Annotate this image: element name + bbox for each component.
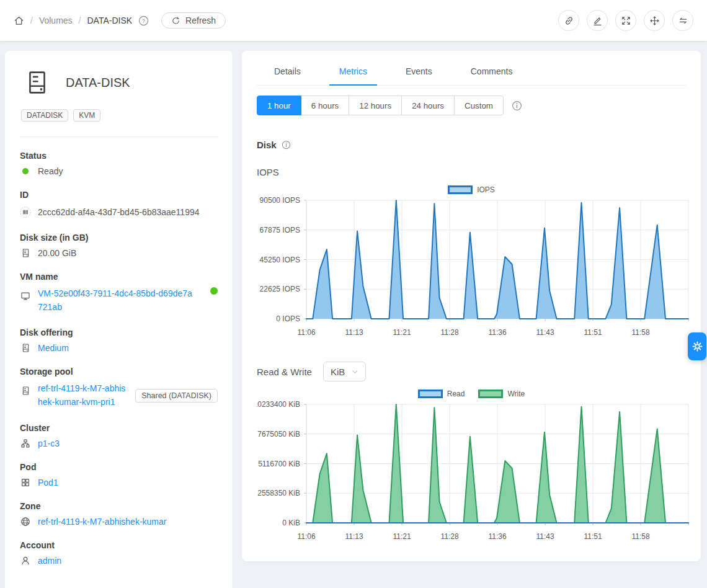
disk-offering-link[interactable]: Medium bbox=[38, 343, 69, 353]
info-icon[interactable] bbox=[512, 100, 522, 111]
help-icon[interactable]: ? bbox=[138, 16, 149, 26]
tab-comments[interactable]: Comments bbox=[461, 58, 523, 85]
vm-state-dot bbox=[210, 287, 218, 295]
field-vm-name: VM name VM-52e00f43-7911-4dc4-85bd-d69de… bbox=[20, 272, 218, 314]
move-arrows-icon bbox=[649, 16, 660, 26]
field-label: VM name bbox=[20, 272, 218, 282]
legend-item: Write bbox=[478, 390, 525, 398]
tab-events[interactable]: Events bbox=[396, 58, 442, 85]
globe-icon bbox=[20, 517, 31, 527]
refresh-button[interactable]: Refresh bbox=[161, 12, 226, 29]
cluster-link[interactable]: p1-c3 bbox=[38, 439, 60, 448]
swap-arrows-icon bbox=[678, 16, 688, 26]
field-label: Status bbox=[20, 151, 218, 161]
field-pod: Pod Pod1 bbox=[20, 462, 218, 488]
field-zone: Zone ref-trl-4119-k-M7-abhishek-kumar bbox=[20, 501, 218, 527]
svg-text:22625 IOPS: 22625 IOPS bbox=[260, 285, 300, 293]
cluster-icon bbox=[20, 439, 31, 448]
page-body: DATA-DISK DATADISK KVM Status Ready ID bbox=[0, 41, 707, 588]
link-button[interactable] bbox=[558, 10, 579, 31]
svg-text:11:43: 11:43 bbox=[536, 532, 554, 541]
legend-item: Read bbox=[418, 390, 465, 398]
link-icon bbox=[564, 16, 574, 26]
storage-pool-link[interactable]: ref-trl-4119-k-M7-abhishek-kumar-kvm-pri… bbox=[38, 382, 128, 409]
tab-bar: Details Metrics Events Comments bbox=[257, 58, 686, 86]
migrate-button[interactable] bbox=[672, 10, 693, 31]
svg-text:11:51: 11:51 bbox=[584, 328, 602, 337]
pod-link[interactable]: Pod1 bbox=[38, 478, 58, 488]
svg-text:11:28: 11:28 bbox=[440, 532, 458, 541]
field-account: Account admin bbox=[20, 540, 218, 566]
time-range-group: 1 hour 6 hours 12 hours 24 hours Custom bbox=[257, 96, 504, 115]
tab-details[interactable]: Details bbox=[264, 58, 311, 85]
disk-section-title: Disk bbox=[257, 140, 277, 150]
svg-text:11:06: 11:06 bbox=[297, 532, 315, 541]
breadcrumb: / Volumes / DATA-DISK ? Refresh bbox=[14, 12, 226, 29]
time-range-custom[interactable]: Custom bbox=[454, 96, 504, 115]
time-range-24-hours[interactable]: 24 hours bbox=[401, 96, 455, 115]
status-dot bbox=[22, 168, 29, 174]
svg-text:11:36: 11:36 bbox=[488, 532, 506, 541]
edit-button[interactable] bbox=[587, 10, 608, 31]
svg-text:11:58: 11:58 bbox=[631, 328, 649, 337]
legend-swatch bbox=[478, 390, 503, 398]
time-range-6-hours[interactable]: 6 hours bbox=[301, 96, 349, 115]
svg-text:11:36: 11:36 bbox=[488, 328, 506, 337]
zone-link[interactable]: ref-trl-4119-k-M7-abhishek-kumar bbox=[38, 517, 166, 527]
field-cluster: Cluster p1-c3 bbox=[20, 423, 218, 448]
fullscreen-button[interactable] bbox=[615, 10, 636, 31]
svg-text:7675050 KiB: 7675050 KiB bbox=[257, 430, 300, 439]
svg-text:11:21: 11:21 bbox=[393, 532, 411, 541]
field-label: Cluster bbox=[20, 423, 218, 433]
tab-metrics[interactable]: Metrics bbox=[329, 58, 377, 86]
top-bar: / Volumes / DATA-DISK ? Refresh bbox=[0, 0, 707, 41]
unit-select-value: KiB bbox=[331, 367, 345, 377]
user-icon bbox=[20, 556, 31, 566]
svg-text:45250 IOPS: 45250 IOPS bbox=[260, 256, 300, 264]
svg-text:2558350 KiB: 2558350 KiB bbox=[257, 489, 300, 497]
read-write-chart: 0 KiB2558350 KiB5116700 KiB7675050 KiB10… bbox=[257, 399, 691, 552]
svg-text:?: ? bbox=[142, 17, 145, 24]
refresh-label: Refresh bbox=[185, 16, 216, 25]
chevron-down-icon bbox=[352, 368, 358, 375]
breadcrumb-volumes[interactable]: Volumes bbox=[39, 16, 73, 25]
svg-text:11:06: 11:06 bbox=[297, 328, 315, 337]
field-label: Disk offering bbox=[20, 327, 218, 337]
vm-icon bbox=[20, 287, 31, 301]
breadcrumb-separator: / bbox=[79, 16, 81, 25]
svg-text:0 KiB: 0 KiB bbox=[282, 519, 300, 527]
unit-select[interactable]: KiB bbox=[323, 362, 366, 381]
field-storage-pool: Storage pool ref-trl-4119-k-M7-abhishek-… bbox=[20, 367, 218, 409]
account-link[interactable]: admin bbox=[38, 556, 61, 566]
iops-chart-title: IOPS bbox=[257, 167, 686, 177]
field-label: Zone bbox=[20, 501, 218, 511]
svg-text:11:51: 11:51 bbox=[584, 532, 602, 541]
svg-text:5116700 KiB: 5116700 KiB bbox=[258, 460, 300, 468]
move-button[interactable] bbox=[644, 10, 665, 31]
storage-icon bbox=[20, 382, 31, 396]
legend-label: IOPS bbox=[477, 185, 495, 194]
time-range-12-hours[interactable]: 12 hours bbox=[349, 96, 402, 115]
read-write-chart-legend: ReadWrite bbox=[257, 390, 686, 398]
home-icon[interactable] bbox=[14, 16, 24, 26]
settings-fab[interactable] bbox=[688, 332, 706, 360]
refresh-icon bbox=[171, 16, 180, 25]
svg-text:90500 IOPS: 90500 IOPS bbox=[260, 196, 300, 205]
svg-text:11:43: 11:43 bbox=[536, 328, 554, 337]
field-label: Account bbox=[20, 540, 218, 550]
svg-text:11:13: 11:13 bbox=[345, 532, 363, 541]
time-range-1-hour[interactable]: 1 hour bbox=[257, 96, 301, 115]
svg-text:10233400 KiB: 10233400 KiB bbox=[257, 400, 300, 409]
info-icon[interactable] bbox=[282, 140, 291, 149]
legend-swatch bbox=[418, 390, 443, 398]
id-value: 2ccc62dd-af4a-43d7-bd45-6b83aae11994 bbox=[38, 207, 200, 217]
field-disk-size: Disk size (in GB) 20.00 GiB bbox=[20, 233, 218, 258]
iops-chart: 0 IOPS22625 IOPS45250 IOPS67875 IOPS9050… bbox=[257, 195, 691, 348]
svg-text:11:13: 11:13 bbox=[345, 328, 363, 337]
storage-pool-badge: Shared (DATADISK) bbox=[135, 389, 218, 403]
vm-name-link[interactable]: VM-52e00f43-7911-4dc4-85bd-d69de7a721ab bbox=[38, 287, 193, 314]
volume-info-card: DATA-DISK DATADISK KVM Status Ready ID bbox=[5, 51, 233, 588]
divider bbox=[20, 136, 218, 137]
field-label: ID bbox=[20, 190, 218, 200]
svg-text:11:21: 11:21 bbox=[393, 328, 411, 337]
